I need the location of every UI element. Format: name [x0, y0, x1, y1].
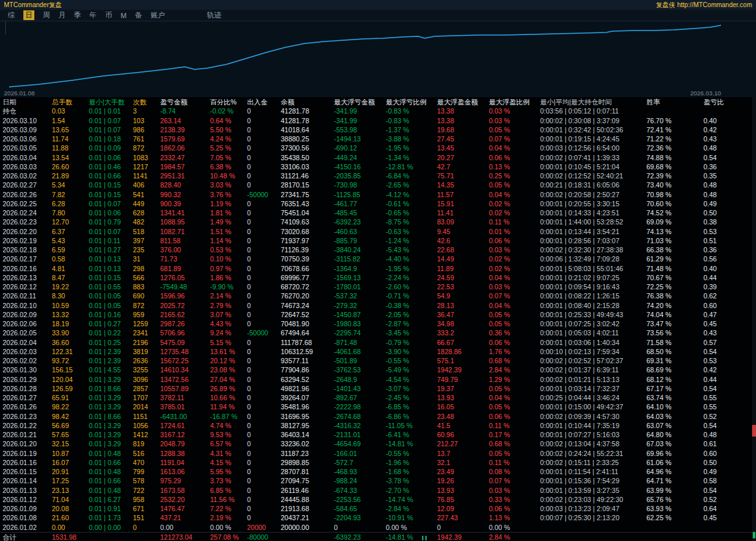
- table-row[interactable]: 2026.02.195.430.01 | 0.11397811.581.14 %…: [0, 236, 752, 245]
- menu-item-季[interactable]: 季: [74, 10, 81, 20]
- menu-item-M[interactable]: M: [121, 12, 126, 19]
- menu-item-周[interactable]: 周: [43, 10, 50, 20]
- table-row[interactable]: 持仓0.030.01 | 0.013-8.74-0.02 %041281.78-…: [0, 106, 752, 115]
- table-row[interactable]: 2026.01.1616.070.01 | 0.664701191.044.15…: [0, 458, 752, 467]
- table-row[interactable]: 2026.01.1910.870.01 | 0.485161288.384.31…: [0, 449, 752, 458]
- cell: -3.45 %: [383, 328, 434, 337]
- column-header[interactable]: 最小|平均|最大持仓时间: [537, 97, 644, 106]
- table-row[interactable]: 2026.03.0413.540.01 | 0.0610832332.477.0…: [0, 153, 752, 162]
- table-row[interactable]: 2026.02.0533.900.01 | 0.2223415706.969.2…: [0, 328, 752, 337]
- cell: 0.00 %: [207, 523, 244, 533]
- table-row[interactable]: 2026.02.0436.600.01 | 0.2521965475.095.1…: [0, 338, 752, 347]
- cell: -5.43 %: [383, 245, 434, 254]
- table-row[interactable]: 2026.02.267.820.01 | 0.15541990.323.76 %…: [0, 190, 752, 199]
- table-row[interactable]: 2026.01.0821.600.01 | 1.73151437.212.19 …: [0, 513, 752, 522]
- table-row[interactable]: 2026.02.2312.700.01 | 0.794821088.951.49…: [0, 217, 752, 226]
- cell: 1141: [130, 171, 158, 180]
- table-row[interactable]: 2026.01.1520.910.01 | 0.487991613.065.95…: [0, 467, 752, 476]
- table-row[interactable]: 2026.02.256.280.01 | 0.07449900.391.19 %…: [0, 199, 752, 208]
- table-row[interactable]: 2026.01.29120.040.01 | 3.29309613472.562…: [0, 375, 752, 384]
- menu-item-月[interactable]: 月: [58, 10, 65, 20]
- table-row[interactable]: 2026.02.1010.590.01 | 0.058722025.722.79…: [0, 301, 752, 310]
- column-header[interactable]: 胜率: [644, 97, 701, 106]
- cell: 11.57: [434, 190, 486, 199]
- column-header[interactable]: 最大浮亏比例: [383, 97, 434, 106]
- table-row[interactable]: 2026.02.0293.720.01 | 2.39263615672.2520…: [0, 356, 752, 365]
- table-row[interactable]: 2026.01.1271.040.01 | 6.279582532.2011.5…: [0, 495, 752, 504]
- cell: 32.1: [434, 458, 486, 467]
- column-header[interactable]: 百分比%: [207, 97, 244, 106]
- table-row[interactable]: 2026.01.1417.250.01 | 0.66578975.293.73 …: [0, 476, 752, 485]
- table-row[interactable]: 2026.03.0611.740.01 | 0.187611579.694.24…: [0, 134, 752, 143]
- cell: 0.13 %: [486, 162, 537, 171]
- table-row[interactable]: 2026.02.1219.220.01 | 0.55883-7549.48-9.…: [0, 282, 752, 291]
- column-header[interactable]: 总手数: [49, 97, 86, 106]
- table-row[interactable]: 2026.03.101.540.01 | 0.07103263.140.64 %…: [0, 116, 752, 125]
- cell: 0.01 | 0.66: [86, 476, 130, 485]
- table-row[interactable]: 2026.01.2256.690.01 | 3.2910561724.614.7…: [0, 421, 752, 430]
- equity-chart[interactable]: 2026.01.08 2026.03.10: [0, 21, 756, 97]
- table-row[interactable]: 2026.01.1323.130.01 | 0.487221673.586.85…: [0, 486, 752, 495]
- table-row[interactable]: 2026.02.170.580.01 | 0.133171.730.10 %07…: [0, 254, 752, 263]
- cell: 14.49: [434, 254, 486, 263]
- table-row[interactable]: 2026.02.186.590.01 | 0.27235376.000.53 %…: [0, 245, 752, 254]
- table-row[interactable]: 2026.01.2398.420.01 | 8.661151-6431.00-1…: [0, 412, 752, 421]
- table-row[interactable]: 2026.03.0221.890.01 | 0.6611412951.3110.…: [0, 171, 752, 180]
- cell: 69.68 %: [644, 162, 701, 171]
- cell: 16.05: [434, 402, 486, 411]
- scrollbar-thumb[interactable]: [752, 425, 756, 437]
- menu-item-币[interactable]: 币: [105, 10, 112, 20]
- column-header[interactable]: 日期: [0, 97, 49, 106]
- cell: 437.21: [158, 513, 207, 522]
- column-header[interactable]: 盈亏金额: [158, 97, 207, 106]
- column-header[interactable]: 次数: [130, 97, 158, 106]
- column-header[interactable]: 最大浮盈比例: [486, 97, 537, 106]
- cell: 71.48 %: [644, 264, 701, 273]
- column-header[interactable]: 最小|大手数: [86, 97, 130, 106]
- table-row[interactable]: 2026.02.03122.310.01 | 2.39381912735.481…: [0, 347, 752, 356]
- column-header[interactable]: 最大浮盈金额: [434, 97, 486, 106]
- table-row[interactable]: 2026.02.206.370.01 | 0.075181082.711.51 …: [0, 227, 752, 236]
- column-header[interactable]: 盈亏比: [701, 97, 752, 106]
- table-row[interactable]: 2026.02.138.470.01 | 0.155661276.051.86 …: [0, 273, 752, 282]
- cell: 1088.95: [158, 217, 207, 226]
- cell: 0: [244, 449, 278, 458]
- table-row[interactable]: 2026.01.2765.910.01 | 3.2917073782.1110.…: [0, 393, 752, 402]
- cell: -2295.74: [331, 328, 383, 337]
- cell: -690.12: [331, 143, 383, 152]
- cell: 6.38 %: [207, 162, 244, 171]
- table-row[interactable]: 2026.01.2698.220.01 | 3.2920143785.0111.…: [0, 402, 752, 411]
- table-row[interactable]: 2026.01.2032.150.01 | 3.298192048.796.57…: [0, 439, 752, 448]
- cell: 13.38: [434, 106, 486, 115]
- menu-item-轨迹[interactable]: 轨迹: [207, 10, 221, 20]
- table-row[interactable]: 2026.02.275.340.01 | 0.15406828.403.03 %…: [0, 180, 752, 189]
- table-row[interactable]: 2026.01.28126.590.01 | 8.66285710557.892…: [0, 384, 752, 393]
- table-row[interactable]: 2026.01.020.000.00 | 0.0000.000.00 %2000…: [0, 523, 752, 533]
- cell: 39264.07: [278, 393, 331, 402]
- menu-item-年[interactable]: 年: [89, 10, 97, 20]
- cell: -0.71 %: [383, 291, 434, 300]
- table-row[interactable]: 2026.03.0913.650.01 | 0.079862138.395.50…: [0, 125, 752, 134]
- column-header[interactable]: 出入金: [244, 97, 278, 106]
- cell: 828.40: [158, 180, 207, 189]
- cell: 29898.85: [278, 458, 331, 467]
- table-row[interactable]: 2026.01.30156.150.01 | 4.55325514610.342…: [0, 365, 752, 374]
- table-row[interactable]: 2026.02.118.300.01 | 0.056901596.962.14 …: [0, 291, 752, 300]
- vertical-scrollbar[interactable]: [752, 97, 756, 541]
- table-row[interactable]: 2026.02.247.800.01 | 0.066281341.411.81 …: [0, 208, 752, 217]
- cell: 0.01 | 0.25: [86, 338, 130, 347]
- menu-item-综[interactable]: 综: [8, 10, 15, 20]
- table-row[interactable]: 2026.03.0326.600.01 | 0.4612171984.576.3…: [0, 162, 752, 171]
- table-row[interactable]: 2026.03.0511.880.01 | 0.098721862.065.25…: [0, 143, 752, 152]
- table-row[interactable]: 2026.01.2157.650.01 | 3.2914123167.129.5…: [0, 430, 752, 439]
- menu-item-账户[interactable]: 账户: [150, 10, 165, 20]
- table-row[interactable]: 2026.01.0920.080.01 | 0.916711476.477.22…: [0, 504, 752, 513]
- column-header[interactable]: 最大浮亏金额: [331, 97, 383, 106]
- menu-item-日[interactable]: 日: [23, 10, 34, 20]
- cell: 2026.02.09: [0, 310, 49, 319]
- table-row[interactable]: 2026.02.0618.190.01 | 0.2712592987.264.4…: [0, 319, 752, 328]
- menu-item-备[interactable]: 备: [135, 10, 142, 20]
- column-header[interactable]: 余额: [278, 97, 331, 106]
- table-row[interactable]: 2026.02.164.810.01 | 0.13298681.890.97 %…: [0, 264, 752, 273]
- table-row[interactable]: 2026.02.0913.320.01 | 0.169592165.623.07…: [0, 310, 752, 319]
